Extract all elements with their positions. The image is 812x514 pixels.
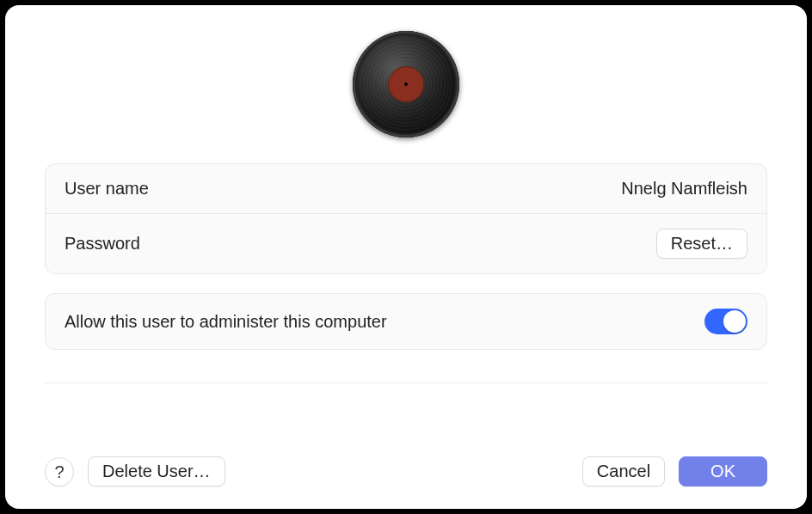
user-settings-dialog: User name Nnelg Namfleish Password Reset… <box>5 5 807 509</box>
admin-label: Allow this user to administer this compu… <box>65 312 387 332</box>
dialog-footer: ? Delete User… Cancel OK <box>5 439 807 509</box>
admin-row: Allow this user to administer this compu… <box>46 294 766 349</box>
username-value: Nnelg Namfleish <box>621 179 747 199</box>
admin-card: Allow this user to administer this compu… <box>45 293 767 350</box>
cancel-button[interactable]: Cancel <box>582 456 665 486</box>
username-row: User name Nnelg Namfleish <box>46 164 766 213</box>
footer-left-group: ? Delete User… <box>45 456 225 486</box>
user-avatar[interactable] <box>353 31 459 138</box>
password-row: Password Reset… <box>46 213 766 273</box>
avatar-container <box>45 31 767 138</box>
ok-button[interactable]: OK <box>679 456 767 486</box>
footer-separator <box>45 382 767 383</box>
delete-user-button[interactable]: Delete User… <box>88 456 225 486</box>
username-label: User name <box>65 179 149 199</box>
reset-password-button[interactable]: Reset… <box>656 229 747 259</box>
password-label: Password <box>65 234 140 254</box>
footer-right-group: Cancel OK <box>582 456 767 486</box>
help-button[interactable]: ? <box>45 457 74 486</box>
dialog-content: User name Nnelg Namfleish Password Reset… <box>5 5 807 439</box>
user-credentials-card: User name Nnelg Namfleish Password Reset… <box>45 163 767 274</box>
admin-toggle[interactable] <box>704 309 747 334</box>
